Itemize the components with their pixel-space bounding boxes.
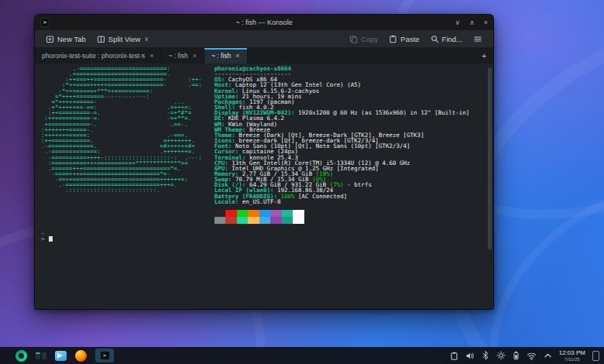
copy-button[interactable]: Copy bbox=[345, 33, 383, 46]
volume-tray-icon[interactable] bbox=[465, 352, 475, 360]
bluetooth-tray-icon[interactable] bbox=[482, 351, 489, 360]
konsole-app-icon: > bbox=[40, 18, 50, 27]
split-view-button[interactable]: Split View ∨ bbox=[92, 33, 153, 46]
tab-close-icon[interactable]: × bbox=[235, 53, 239, 60]
palette-swatch bbox=[225, 210, 237, 217]
maximize-button[interactable]: ∧ bbox=[469, 15, 475, 30]
fastfetch-info: phoronix@cachyos-x8664 -----------------… bbox=[214, 66, 470, 224]
info-value: 1920x1200 @ 60 Hz (as 1536x960) in 12" [… bbox=[298, 109, 469, 116]
tab-label: ~ : fish bbox=[169, 52, 188, 60]
search-icon bbox=[431, 35, 439, 43]
fastfetch-output: .-=========================: .+=========… bbox=[41, 66, 487, 224]
prompt-path: ~ bbox=[41, 231, 487, 236]
find-label: Find... bbox=[442, 35, 462, 43]
tab-close-icon[interactable]: × bbox=[149, 53, 153, 60]
shell-prompt: ~ > bbox=[41, 231, 487, 242]
info-label: Locale: bbox=[214, 198, 242, 205]
tab-inactive[interactable]: ~ : fish× bbox=[162, 48, 205, 64]
paste-button[interactable]: Paste bbox=[384, 33, 424, 46]
palette-row-normal bbox=[214, 210, 470, 217]
cachyos-ascii-logo: .-=========================: .+=========… bbox=[41, 66, 202, 194]
copy-icon bbox=[349, 35, 358, 43]
info-value: - btrfs bbox=[344, 181, 372, 188]
konsole-window: > ~ : fish — Konsole ∨ ∧ × New Tab Split… bbox=[34, 14, 494, 310]
taskbar: > 12:03 PM bbox=[0, 347, 604, 364]
chevron-down-icon[interactable]: ∨ bbox=[144, 36, 149, 43]
tab-inactive[interactable]: phoronix-test-suite : phoronix-test-s× bbox=[35, 48, 162, 64]
find-button[interactable]: Find... bbox=[426, 33, 467, 46]
tab-close-icon[interactable]: × bbox=[193, 53, 197, 60]
brightness-tray-icon[interactable] bbox=[496, 351, 506, 360]
show-desktop-button[interactable] bbox=[592, 351, 599, 361]
minimize-button[interactable]: ∨ bbox=[455, 15, 461, 30]
tab-active[interactable]: ~ : fish× bbox=[204, 48, 248, 64]
palette-swatch bbox=[248, 210, 259, 217]
terminal-color-palette bbox=[214, 210, 470, 224]
app-launcher-cachyos-icon[interactable] bbox=[15, 350, 27, 362]
palette-swatch bbox=[270, 210, 282, 217]
split-view-label: Split View bbox=[108, 35, 141, 43]
main-toolbar: New Tab Split View ∨ Copy Paste bbox=[35, 30, 493, 48]
palette-swatch bbox=[248, 217, 259, 224]
copy-label: Copy bbox=[361, 35, 378, 43]
clock-time: 12:03 PM bbox=[559, 350, 585, 356]
virtual-desktop-pager[interactable] bbox=[36, 352, 46, 359]
palette-swatch bbox=[237, 217, 249, 224]
info-line: Locale: en_US.UTF-8 bbox=[214, 199, 470, 204]
palette-swatch bbox=[237, 210, 249, 217]
paste-label: Paste bbox=[400, 35, 419, 43]
palette-swatch bbox=[259, 217, 271, 224]
close-button[interactable]: × bbox=[484, 15, 488, 30]
palette-row-bright bbox=[214, 217, 470, 224]
palette-swatch bbox=[270, 217, 282, 224]
text-cursor bbox=[49, 236, 53, 242]
konsole-task-active[interactable]: > bbox=[95, 349, 114, 362]
palette-swatch bbox=[282, 210, 293, 217]
palette-swatch bbox=[293, 217, 304, 224]
palette-swatch bbox=[282, 217, 293, 224]
terminal-viewport[interactable]: .-=========================: .+=========… bbox=[35, 64, 493, 309]
new-tab-label: New Tab bbox=[57, 35, 86, 43]
hamburger-menu-icon bbox=[473, 35, 482, 43]
info-highlight: 100% bbox=[281, 193, 295, 200]
firefox-icon[interactable] bbox=[75, 350, 87, 362]
split-view-icon bbox=[97, 35, 105, 43]
expand-tray-chevron-icon[interactable] bbox=[544, 352, 552, 359]
new-tab-plus-button[interactable]: + bbox=[475, 48, 493, 64]
konsole-taskbar-icon: > bbox=[100, 351, 110, 360]
info-value: en_US.UTF-8 bbox=[242, 198, 281, 205]
info-value: [AC Connected] bbox=[295, 193, 348, 200]
window-title: ~ : fish — Konsole bbox=[35, 19, 493, 26]
wifi-tray-icon[interactable] bbox=[527, 352, 537, 360]
clipboard-tray-icon[interactable] bbox=[450, 352, 458, 360]
palette-swatch bbox=[225, 217, 237, 224]
tab-bar: phoronix-test-suite : phoronix-test-s×~ … bbox=[35, 48, 493, 64]
new-tab-icon bbox=[46, 35, 54, 43]
tab-label: phoronix-test-suite : phoronix-test-s bbox=[42, 52, 145, 60]
palette-swatch bbox=[293, 210, 304, 217]
battery-tray-icon[interactable] bbox=[513, 351, 520, 360]
paste-icon bbox=[389, 35, 397, 43]
palette-swatch bbox=[214, 210, 226, 217]
dolphin-file-manager-icon[interactable] bbox=[55, 351, 67, 361]
palette-swatch bbox=[214, 217, 226, 224]
scrollbar-handle[interactable] bbox=[488, 67, 492, 249]
digital-clock[interactable]: 12:03 PM 7/11/25 bbox=[559, 350, 585, 362]
prompt-char: > bbox=[41, 235, 45, 242]
title-bar[interactable]: > ~ : fish — Konsole ∨ ∧ × bbox=[35, 15, 493, 30]
menu-button[interactable] bbox=[468, 33, 487, 46]
scrollbar[interactable] bbox=[487, 66, 492, 307]
clock-date: 7/11/25 bbox=[559, 357, 585, 362]
new-tab-button[interactable]: New Tab bbox=[41, 33, 91, 46]
fastfetch-info-lines: OS: CachyOS x86_64Host: Laptop 12 (13th … bbox=[214, 77, 470, 204]
tab-label: ~ : fish bbox=[211, 52, 231, 60]
palette-swatch bbox=[259, 210, 271, 217]
